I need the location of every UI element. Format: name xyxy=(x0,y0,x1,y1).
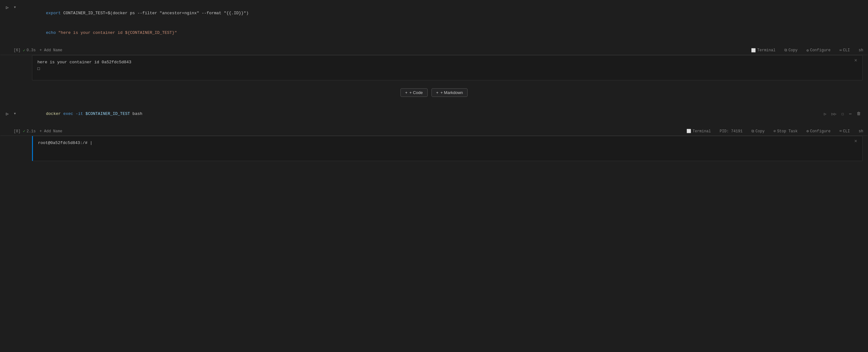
cmd-docker: docker xyxy=(46,111,63,116)
cell-1-configure-button[interactable]: ⚙ Configure xyxy=(805,47,833,54)
cell-2-cli-button[interactable]: ⌨ CLI xyxy=(838,128,852,134)
code-line-2: echo "here is your container id ${CONTAI… xyxy=(21,23,863,43)
cell-2-run-actions: ▷ ▷▷ ☐ ⋯ 🗑 xyxy=(822,110,863,118)
cell-2-run-all-button[interactable]: ▷▷ xyxy=(830,110,839,118)
code-line-1: export CONTAINER_ID_TEST=$(docker ps --f… xyxy=(21,3,863,23)
sh-label: sh xyxy=(859,48,863,53)
var-container: $CONTAINER_ID_TEST xyxy=(86,111,132,116)
pid-text: PID: 74191 xyxy=(720,129,743,134)
copy-icon-2: ⧉ xyxy=(751,129,754,134)
add-markdown-button[interactable]: + + Markdown xyxy=(431,88,468,97)
cell-1-code: export CONTAINER_ID_TEST=$(docker ps --f… xyxy=(16,2,868,45)
cell-2-number: [8] xyxy=(13,129,21,134)
cli-icon-2: ⌨ xyxy=(839,129,842,134)
cell-2-output-wrapper: × root@0a52fdc5d843:/# | xyxy=(0,136,868,165)
cell-1-output-close-button[interactable]: × xyxy=(854,58,857,64)
cell-2-check-icon: ✓ xyxy=(23,129,25,134)
cell-2-add-name-button[interactable]: + Add Name xyxy=(40,129,62,134)
cell-2-output-close-button[interactable]: × xyxy=(854,139,857,145)
cell-1-actions: ⬜ Terminal ⧉ Copy ⚙ Configure ⌨ CLI sh xyxy=(749,47,865,54)
cli-label: CLI xyxy=(843,48,850,53)
cell-1-cli-button[interactable]: ⌨ CLI xyxy=(838,47,852,54)
cell-1-sh-button[interactable]: sh xyxy=(857,47,865,53)
add-cell-row: + + Code + + Markdown xyxy=(0,85,868,101)
cell-2-sh-button[interactable]: sh xyxy=(857,129,865,134)
terminal-label: Terminal xyxy=(757,48,775,53)
code-text: CONTAINER_ID_TEST=$(docker ps --filter "… xyxy=(63,11,249,15)
configure-label: Configure xyxy=(810,48,831,53)
add-code-button[interactable]: + + Code xyxy=(400,88,428,97)
code-line-3: docker exec -it $CONTAINER_ID_TEST bash xyxy=(21,104,817,124)
cell-2-stop-button[interactable]: ☐ xyxy=(839,110,846,118)
cell-2-delete-button[interactable]: 🗑 xyxy=(855,110,863,117)
cell-2: ▷ ▼ docker exec -it $CONTAINER_ID_TEST b… xyxy=(0,101,868,165)
cell-1-check-icon: ✓ xyxy=(23,48,25,53)
cell-1-terminal-button[interactable]: ⬜ Terminal xyxy=(749,47,777,54)
cell-1-add-name-button[interactable]: + Add Name xyxy=(40,48,62,53)
cell-2-status-bar: [8] ✓ 2.1s + Add Name ⬜ Terminal PID: 74… xyxy=(0,127,868,136)
cell-1: ▷ ▼ export CONTAINER_ID_TEST=$(docker ps… xyxy=(0,0,868,85)
flag-it: -it xyxy=(76,111,86,116)
cell-1-duration: 0.3s xyxy=(27,48,36,53)
cell-1-status-bar: [6] ✓ 0.3s + Add Name ⬜ Terminal ⧉ Copy … xyxy=(0,46,868,55)
terminal-icon-2: ⬜ xyxy=(686,129,691,134)
cli-label-2: CLI xyxy=(843,129,850,134)
cell-1-run-button[interactable]: ▷ xyxy=(3,3,12,12)
cell-2-output: × root@0a52fdc5d843:/# | xyxy=(32,136,863,161)
sh-label-2: sh xyxy=(859,129,863,134)
cell-2-configure-button[interactable]: ⚙ Configure xyxy=(805,128,833,134)
copy-label: Copy xyxy=(788,48,798,53)
cell-2-copy-button[interactable]: ⧉ Copy xyxy=(749,129,767,134)
cell-1-output: × here is your container id 0a52fdc5d843… xyxy=(32,55,863,81)
cell-2-run-button[interactable]: ▷ xyxy=(3,109,12,118)
plus-icon-code: + xyxy=(405,90,408,95)
stop-icon: ⊘ xyxy=(774,129,776,134)
cell-2-stop-task-button[interactable]: ⊘ Stop Task xyxy=(772,128,800,134)
cell-1-copy-button[interactable]: ⧉ Copy xyxy=(782,47,800,53)
cell-2-actions: ⬜ Terminal PID: 74191 ⧉ Copy ⊘ Stop Task… xyxy=(685,128,865,134)
arg-bash: bash xyxy=(132,111,142,116)
add-code-label: + Code xyxy=(409,90,423,95)
copy-icon: ⧉ xyxy=(784,48,787,53)
cell-2-run-single-button[interactable]: ▷ xyxy=(822,110,828,118)
cell-2-gutter: ▷ ▼ xyxy=(0,108,16,120)
kw-exec: exec xyxy=(63,111,76,116)
configure-icon: ⚙ xyxy=(807,48,809,53)
cell-2-more-button[interactable]: ⋯ xyxy=(847,110,854,118)
cell-1-output-text: here is your container id 0a52fdc5d843□ xyxy=(37,59,857,72)
cell-1-number: [6] xyxy=(13,48,21,53)
cell-1-output-wrapper: × here is your container id 0a52fdc5d843… xyxy=(0,55,868,84)
terminal-icon: ⬜ xyxy=(751,48,756,53)
cell-2-pid-label: PID: 74191 xyxy=(718,129,744,134)
plus-icon-markdown: + xyxy=(436,90,439,95)
keyword-export: export xyxy=(46,11,63,15)
keyword-echo: echo xyxy=(46,30,58,35)
add-markdown-label: + Markdown xyxy=(440,90,463,95)
copy-label-2: Copy xyxy=(755,129,765,134)
cell-1-gutter: ▷ ▼ xyxy=(0,2,16,13)
configure-label-2: Configure xyxy=(810,129,831,134)
cell-2-code: docker exec -it $CONTAINER_ID_TEST bash xyxy=(16,102,822,126)
terminal-label-2: Terminal xyxy=(692,129,711,134)
cell-2-duration: 2.1s xyxy=(27,129,36,134)
string-value: "here is your container id ${CONTAINER_I… xyxy=(58,30,177,35)
cell-2-output-text: root@0a52fdc5d843:/# | xyxy=(38,140,857,147)
cli-icon: ⌨ xyxy=(839,48,842,53)
notebook: ▷ ▼ export CONTAINER_ID_TEST=$(docker ps… xyxy=(0,0,868,352)
configure-icon-2: ⚙ xyxy=(807,129,809,134)
stop-task-label: Stop Task xyxy=(777,129,798,134)
cell-2-terminal-button[interactable]: ⬜ Terminal xyxy=(685,128,713,134)
